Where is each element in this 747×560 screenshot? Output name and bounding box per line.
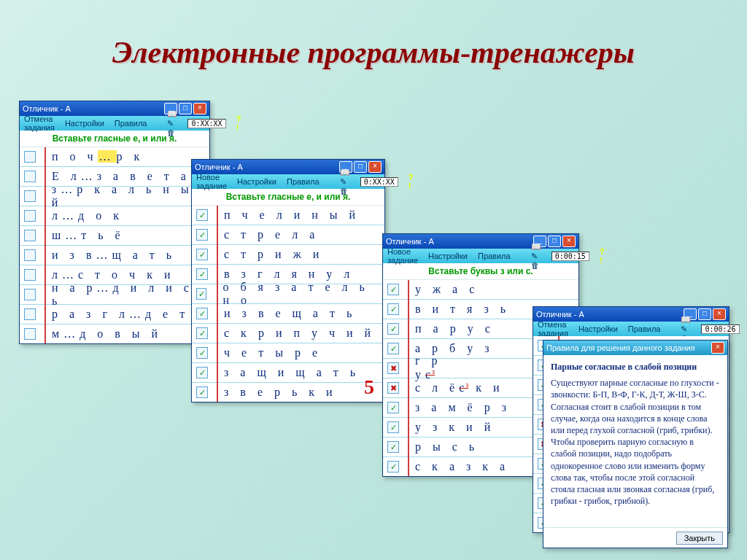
- menu-rules[interactable]: Правила: [478, 252, 511, 260]
- maximize-icon[interactable]: □: [179, 103, 192, 114]
- word[interactable]: а р б у з: [406, 342, 494, 355]
- slide-title: Электронные программы-тренажеры: [0, 35, 747, 70]
- menu-rules[interactable]: Правила: [628, 324, 661, 333]
- word[interactable]: з в е р ь к и: [215, 386, 337, 399]
- result-checkbox[interactable]: [196, 288, 206, 300]
- menu-rules[interactable]: Правила: [115, 119, 147, 128]
- word[interactable]: в и т я з ь: [406, 303, 510, 316]
- word[interactable]: ш…т ь ё: [43, 229, 125, 242]
- result-checkbox[interactable]: [196, 367, 208, 378]
- result-checkbox[interactable]: [24, 289, 36, 300]
- word[interactable]: п о ч…р к: [43, 150, 144, 163]
- word[interactable]: Е л…з а в е т а: [43, 170, 190, 183]
- word[interactable]: в з г л я н у л: [215, 268, 354, 281]
- close-icon[interactable]: ×: [713, 308, 726, 320]
- menu-settings[interactable]: Настройки: [578, 324, 618, 333]
- result-checkbox[interactable]: [196, 308, 208, 319]
- menu-rules[interactable]: Правила: [287, 177, 320, 186]
- word[interactable]: м…д о в ы й: [43, 327, 162, 341]
- result-checkbox[interactable]: [387, 343, 399, 354]
- maximize-icon[interactable]: □: [354, 161, 367, 173]
- answer-row: п о ч…р к: [20, 147, 209, 167]
- word[interactable]: л…д о к: [43, 209, 123, 222]
- help-icons[interactable]: ? !: [409, 173, 415, 190]
- result-checkbox[interactable]: [387, 382, 399, 394]
- result-checkbox[interactable]: [196, 386, 208, 398]
- task-prompt: Вставьте буквы з или с.: [383, 263, 578, 280]
- titlebar[interactable]: Отличник - A _ □ ×: [383, 234, 578, 249]
- result-checkbox[interactable]: [387, 441, 399, 453]
- result-checkbox[interactable]: [24, 230, 36, 241]
- result-checkbox[interactable]: [24, 249, 36, 261]
- answer-row: у ж а с: [383, 280, 578, 300]
- result-checkbox[interactable]: [196, 249, 208, 260]
- word[interactable]: с к р и п у ч и й: [215, 327, 375, 340]
- menu-new-task[interactable]: Новое задание: [387, 247, 418, 265]
- close-icon[interactable]: ×: [562, 236, 576, 247]
- word[interactable]: п а р у с: [406, 322, 495, 335]
- menu-settings[interactable]: Настройки: [428, 252, 468, 260]
- titlebar[interactable]: Отличник - A _ □ ×: [533, 307, 729, 322]
- word[interactable]: с т р е л а: [215, 228, 319, 241]
- word[interactable]: у ж а с: [406, 283, 479, 296]
- rules-text: Существуют парные согласные по глухости …: [551, 378, 719, 506]
- word[interactable]: л…с т о ч к и: [43, 268, 174, 281]
- result-checkbox[interactable]: [196, 347, 208, 359]
- titlebar[interactable]: Отличник - A _ □ ×: [20, 101, 209, 116]
- result-checkbox[interactable]: [196, 327, 208, 339]
- result-checkbox[interactable]: [24, 308, 36, 320]
- maximize-icon[interactable]: □: [548, 236, 561, 247]
- close-icon[interactable]: ×: [711, 342, 724, 354]
- word[interactable]: и з в…щ а т ь: [43, 249, 176, 262]
- result-checkbox[interactable]: [24, 328, 36, 340]
- word[interactable]: г р усз: [406, 354, 469, 381]
- result-checkbox[interactable]: [387, 461, 399, 472]
- result-checkbox[interactable]: [387, 402, 399, 413]
- result-checkbox[interactable]: [24, 269, 36, 281]
- word[interactable]: з…р к а л ь н ы й: [43, 183, 209, 209]
- help-icons[interactable]: ? !: [236, 114, 243, 132]
- menu-cancel-task[interactable]: Отмена задания: [24, 114, 55, 132]
- word[interactable]: о б я з а т е л ь н о: [214, 281, 384, 307]
- word[interactable]: р ы с ь: [406, 440, 479, 454]
- result-checkbox[interactable]: [387, 303, 399, 315]
- close-button[interactable]: Закрыть: [676, 532, 723, 545]
- result-checkbox[interactable]: [387, 421, 399, 433]
- word[interactable]: с к а з к а: [406, 460, 509, 473]
- result-checkbox[interactable]: [24, 171, 36, 182]
- result-checkbox[interactable]: [196, 268, 208, 280]
- result-checkbox[interactable]: [196, 209, 208, 221]
- menu-new-task[interactable]: Новое задание: [196, 173, 227, 190]
- menu-settings[interactable]: Настройки: [237, 177, 276, 186]
- word[interactable]: и з в е щ а т ь: [215, 307, 356, 320]
- result-checkbox[interactable]: [24, 151, 36, 163]
- word[interactable]: з а м ё р з: [406, 401, 511, 414]
- close-icon[interactable]: ×: [368, 161, 382, 173]
- result-checkbox[interactable]: [387, 323, 399, 335]
- help-icons[interactable]: ? !: [600, 247, 606, 265]
- answer-sheet: п ч е л и н ы йс т р е л ас т р и ж ив з…: [192, 206, 384, 402]
- maximize-icon[interactable]: □: [698, 308, 711, 320]
- word[interactable]: р а з г л…д е т ь: [43, 308, 206, 321]
- menubar: Новое задание Настройки Правила 📖 ✎ 🗑 0:…: [192, 174, 384, 189]
- result-checkbox[interactable]: [387, 284, 399, 295]
- word[interactable]: п ч е л и н ы й: [215, 209, 360, 222]
- word[interactable]: у з к и й: [406, 421, 495, 434]
- timer: 0:00:26: [701, 324, 739, 334]
- answer-row: з в е р ь к и: [192, 383, 384, 402]
- result-checkbox[interactable]: [24, 190, 36, 202]
- rules-titlebar[interactable]: Правила для решения данного задания ×: [543, 341, 727, 355]
- word[interactable]: з а щ и щ а т ь: [215, 366, 360, 379]
- result-checkbox[interactable]: [24, 210, 36, 222]
- word[interactable]: н а р…д и л и с ь: [43, 281, 209, 308]
- result-checkbox[interactable]: [387, 362, 399, 374]
- rules-heading: Парные согласные в слабой позиции: [551, 361, 720, 373]
- titlebar[interactable]: Отличник - A _ □ ×: [192, 160, 384, 174]
- word[interactable]: ч е т ы р е: [215, 346, 322, 359]
- close-icon[interactable]: ×: [193, 103, 206, 114]
- menu-cancel-task[interactable]: Отмена задания: [538, 320, 568, 338]
- result-checkbox[interactable]: [196, 229, 208, 241]
- menu-settings[interactable]: Настройки: [65, 119, 104, 128]
- word[interactable]: с т р и ж и: [215, 248, 323, 261]
- word[interactable]: с л ёсз к и: [406, 381, 504, 394]
